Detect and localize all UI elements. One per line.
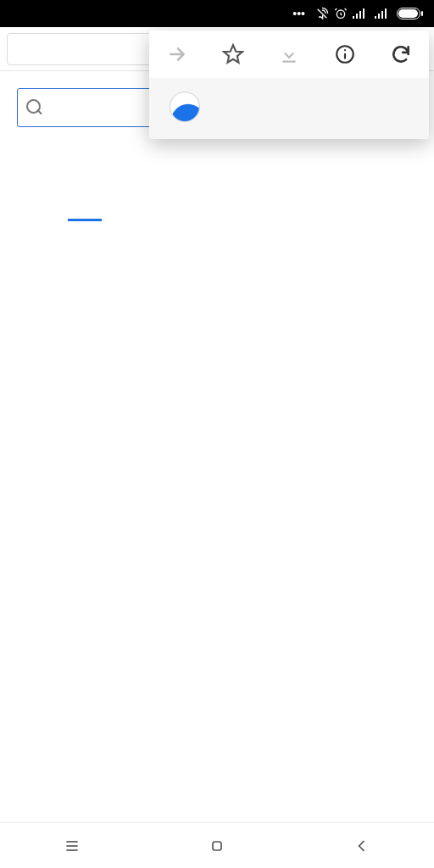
search-icon bbox=[26, 99, 42, 116]
status-bar: ••• bbox=[0, 0, 434, 27]
svg-marker-1 bbox=[224, 45, 242, 63]
battery-icon bbox=[397, 8, 420, 19]
alarm-icon bbox=[334, 7, 348, 20]
star-icon[interactable] bbox=[221, 42, 245, 66]
mute-icon bbox=[315, 7, 329, 20]
signal-icon-2 bbox=[375, 8, 387, 19]
android-nav-bar bbox=[0, 822, 434, 868]
data-saver-icon bbox=[170, 92, 200, 122]
menu-icon-row bbox=[149, 31, 429, 78]
svg-point-4 bbox=[344, 49, 346, 51]
nav-recent-icon[interactable] bbox=[62, 836, 82, 856]
forward-icon[interactable] bbox=[165, 42, 189, 66]
tab-available[interactable] bbox=[68, 198, 102, 221]
nav-home-icon[interactable] bbox=[207, 836, 227, 856]
nav-back-icon[interactable] bbox=[352, 836, 372, 856]
data-saver-row[interactable] bbox=[149, 78, 429, 139]
reload-icon[interactable] bbox=[389, 42, 413, 66]
signal-icon-1 bbox=[353, 8, 364, 19]
overflow-menu bbox=[149, 31, 429, 139]
download-icon[interactable] bbox=[277, 42, 301, 66]
info-icon[interactable] bbox=[333, 42, 357, 66]
svg-rect-8 bbox=[213, 842, 221, 850]
tabs bbox=[68, 198, 417, 221]
status-right: ••• bbox=[292, 7, 426, 20]
